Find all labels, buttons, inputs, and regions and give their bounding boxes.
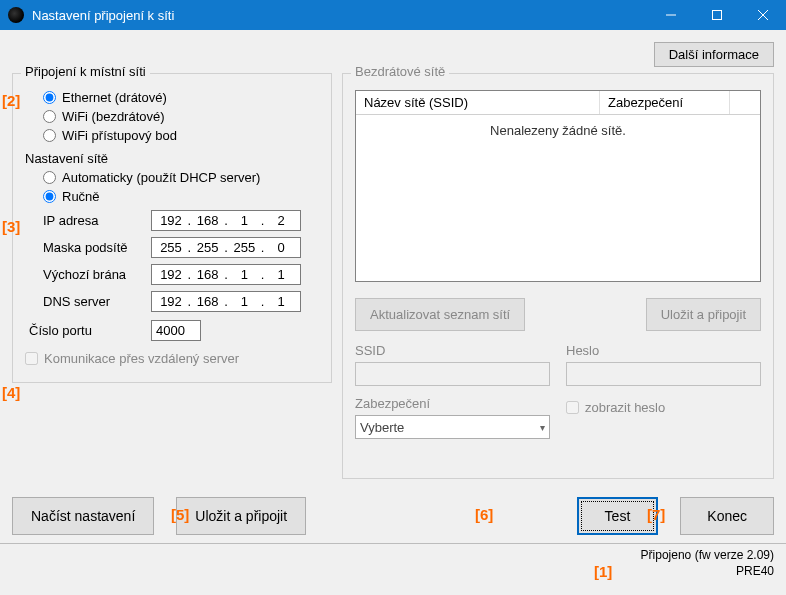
radio-auto-input[interactable] <box>43 171 56 184</box>
titlebar: Nastavení připojení k síti <box>0 0 786 30</box>
radio-wifi-ap-label: WiFi přístupový bod <box>62 128 177 143</box>
mask-a[interactable] <box>156 240 186 255</box>
gw-a[interactable] <box>156 267 186 282</box>
remote-check-label: Komunikace přes vzdálený server <box>44 351 239 366</box>
close-icon <box>758 10 768 20</box>
svg-rect-1 <box>713 11 722 20</box>
status-line1: Připojeno (fw verze 2.09) <box>641 548 774 564</box>
ssid-input <box>355 362 550 386</box>
mask-field[interactable]: . . . <box>151 237 301 258</box>
test-button[interactable]: Test <box>577 497 659 535</box>
maximize-icon <box>712 10 722 20</box>
gw-field[interactable]: . . . <box>151 264 301 285</box>
mask-label: Maska podsítě <box>43 240 143 255</box>
sec-label: Zabezpečení <box>355 396 550 411</box>
radio-wifi-input[interactable] <box>43 110 56 123</box>
radio-ethernet[interactable]: Ethernet (drátové) <box>43 90 319 105</box>
gw-row: Výchozí brána . . . <box>43 264 319 285</box>
ip-label: IP adresa <box>43 213 143 228</box>
save-connect-button[interactable]: Uložit a připojit <box>176 497 306 535</box>
lan-legend: Připojení k místní síti <box>21 64 150 79</box>
dns-row: DNS server . . . <box>43 291 319 312</box>
lan-group: Připojení k místní síti Ethernet (drátov… <box>12 73 332 383</box>
load-settings-button[interactable]: Načíst nastavení <box>12 497 154 535</box>
show-pass-check: zobrazit heslo <box>566 400 761 415</box>
ip-field[interactable]: . . . <box>151 210 301 231</box>
radio-wifi-ap-input[interactable] <box>43 129 56 142</box>
minimize-button[interactable] <box>648 0 694 30</box>
port-row: Číslo portu <box>25 320 319 341</box>
ip-a[interactable] <box>156 213 186 228</box>
radio-auto[interactable]: Automaticky (použít DHCP server) <box>43 170 319 185</box>
radio-wifi[interactable]: WiFi (bezdrátové) <box>43 109 319 124</box>
window-title: Nastavení připojení k síti <box>32 8 648 23</box>
ip-d[interactable] <box>266 213 296 228</box>
more-info-button[interactable]: Další informace <box>654 42 774 67</box>
gw-c[interactable] <box>229 267 259 282</box>
dns-c[interactable] <box>229 294 259 309</box>
gw-b[interactable] <box>193 267 223 282</box>
wifi-table: Název sítě (SSID) Zabezpečení Nenalezeny… <box>355 90 761 282</box>
wifi-empty: Nenalezeny žádné sítě. <box>356 115 760 281</box>
wifi-group: Bezdrátové sítě Název sítě (SSID) Zabezp… <box>342 73 774 479</box>
wifi-legend: Bezdrátové sítě <box>351 64 449 79</box>
show-pass-input <box>566 401 579 414</box>
wifi-thead: Název sítě (SSID) Zabezpečení <box>356 91 760 115</box>
radio-manual-input[interactable] <box>43 190 56 203</box>
dns-label: DNS server <box>43 294 143 309</box>
gw-label: Výchozí brána <box>43 267 143 282</box>
minimize-icon <box>666 10 676 20</box>
chevron-down-icon: ▾ <box>540 422 545 433</box>
mask-row: Maska podsítě . . . <box>43 237 319 258</box>
radio-ethernet-label: Ethernet (drátové) <box>62 90 167 105</box>
ip-c[interactable] <box>229 213 259 228</box>
pass-label: Heslo <box>566 343 761 358</box>
show-pass-label: zobrazit heslo <box>585 400 665 415</box>
port-input[interactable] <box>151 320 201 341</box>
radio-ethernet-input[interactable] <box>43 91 56 104</box>
mask-c[interactable] <box>229 240 259 255</box>
dns-a[interactable] <box>156 294 186 309</box>
col-pad <box>730 91 760 114</box>
gw-d[interactable] <box>266 267 296 282</box>
ip-b[interactable] <box>193 213 223 228</box>
security-select[interactable]: Vyberte ▾ <box>355 415 550 439</box>
maximize-button[interactable] <box>694 0 740 30</box>
refresh-wifi-button: Aktualizovat seznam sítí <box>355 298 525 331</box>
dns-field[interactable]: . . . <box>151 291 301 312</box>
app-icon <box>8 7 24 23</box>
remote-check: Komunikace přes vzdálený server <box>25 351 319 366</box>
dns-d[interactable] <box>266 294 296 309</box>
statusbar: Připojeno (fw verze 2.09) PRE40 <box>0 543 786 585</box>
ssid-label: SSID <box>355 343 550 358</box>
col-ssid[interactable]: Název sítě (SSID) <box>356 91 600 114</box>
col-sec[interactable]: Zabezpečení <box>600 91 730 114</box>
security-select-value: Vyberte <box>360 420 404 435</box>
radio-wifi-ap[interactable]: WiFi přístupový bod <box>43 128 319 143</box>
close-button[interactable] <box>740 0 786 30</box>
mask-d[interactable] <box>266 240 296 255</box>
password-input <box>566 362 761 386</box>
wifi-save-connect-button: Uložit a připojit <box>646 298 761 331</box>
remote-check-input <box>25 352 38 365</box>
close-dialog-button[interactable]: Konec <box>680 497 774 535</box>
dns-b[interactable] <box>193 294 223 309</box>
mask-b[interactable] <box>193 240 223 255</box>
port-label: Číslo portu <box>29 323 143 338</box>
ip-row: IP adresa . . . <box>43 210 319 231</box>
radio-wifi-label: WiFi (bezdrátové) <box>62 109 165 124</box>
net-legend: Nastavení sítě <box>25 151 319 166</box>
status-line2: PRE40 <box>641 564 774 580</box>
radio-manual[interactable]: Ručně <box>43 189 319 204</box>
radio-auto-label: Automaticky (použít DHCP server) <box>62 170 260 185</box>
radio-manual-label: Ručně <box>62 189 100 204</box>
